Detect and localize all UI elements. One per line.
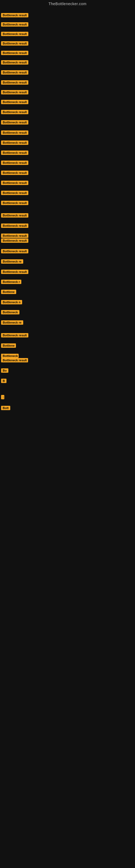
bottleneck-badge-17[interactable]: Bottleneck result [1, 170, 28, 175]
bottleneck-row-27: Bottleneck result [1, 270, 28, 275]
bottleneck-badge-4[interactable]: Bottleneck result [1, 41, 28, 45]
bottleneck-badge-23[interactable]: Bottleneck result [1, 234, 28, 238]
bottleneck-badge-1[interactable]: Bottleneck result [1, 13, 28, 18]
bottleneck-row-3: Bottleneck result [1, 32, 28, 37]
bottleneck-badge-9[interactable]: Bottleneck result [1, 90, 28, 94]
bottleneck-badge-7[interactable]: Bottleneck result [1, 70, 28, 74]
bottleneck-row-23: Bottleneck result [1, 234, 28, 239]
bottleneck-row-20: Bottleneck result [1, 201, 28, 206]
bottleneck-row-24: Bottleneck result [1, 239, 28, 244]
bottleneck-row-11: Bottleneck result [1, 110, 28, 115]
bottleneck-row-9: Bottleneck result [1, 90, 28, 95]
bottleneck-badge-15[interactable]: Bottleneck result [1, 151, 28, 155]
site-title: TheBottlenecker.com [0, 0, 135, 7]
bottleneck-row-28: Bottleneck r [1, 280, 21, 285]
bottleneck-badge-33[interactable]: Bottleneck result [1, 333, 28, 337]
bottleneck-badge-32[interactable]: Bottleneck re [1, 320, 23, 325]
bottleneck-row-34: Bottlene [1, 343, 16, 349]
bottleneck-row-30: Bottleneck n [1, 300, 22, 305]
bottleneck-row-26: Bottleneck re [1, 259, 23, 265]
bottleneck-row-22: Bottleneck result [1, 223, 28, 229]
bottleneck-row-15: Bottleneck result [1, 151, 28, 156]
bottleneck-badge-5[interactable]: Bottleneck result [1, 51, 28, 55]
bottleneck-row-29: Bottlene [1, 290, 16, 295]
bottleneck-badge-22[interactable]: Bottleneck result [1, 223, 28, 228]
bottleneck-badge-27[interactable]: Bottleneck result [1, 270, 28, 274]
bottleneck-badge-26[interactable]: Bottleneck re [1, 259, 23, 264]
bottleneck-row-6: Bottleneck result [1, 60, 28, 66]
bottleneck-row-14: Bottleneck result [1, 141, 28, 146]
bottleneck-row-4: Bottleneck result [1, 41, 28, 46]
bottleneck-badge-2[interactable]: Bottleneck result [1, 22, 28, 27]
bottleneck-row-12: Bottleneck result [1, 120, 28, 126]
bottleneck-badge-10[interactable]: Bottleneck result [1, 100, 28, 104]
bottleneck-row-16: Bottleneck result [1, 161, 28, 166]
bottleneck-row-10: Bottleneck result [1, 100, 28, 105]
bottleneck-badge-40[interactable]: Bott [1, 406, 10, 410]
bottleneck-badge-19[interactable]: Bottleneck result [1, 191, 28, 195]
bottleneck-badge-11[interactable]: Bottleneck result [1, 110, 28, 114]
bottleneck-row-40: Bott [1, 406, 10, 411]
bottleneck-badge-34[interactable]: Bottlene [1, 343, 16, 348]
bottleneck-row-7: Bottleneck result [1, 70, 28, 76]
bottleneck-row-17: Bottleneck result [1, 170, 28, 176]
bottleneck-badge-35[interactable]: Bottleneck [1, 354, 18, 358]
bottleneck-badge-24[interactable]: Bottleneck result [1, 239, 28, 243]
bottleneck-row-36: Bottleneck result [1, 358, 28, 364]
bottleneck-row-8: Bottleneck result [1, 80, 28, 86]
bottleneck-row-13: Bottleneck result [1, 130, 28, 136]
bottleneck-badge-38[interactable]: B [1, 379, 6, 383]
bottleneck-badge-29[interactable]: Bottlene [1, 290, 16, 294]
bottleneck-badge-31[interactable]: Bottleneck [1, 310, 19, 314]
bottleneck-row-39: : [1, 395, 4, 400]
bottleneck-badge-13[interactable]: Bottleneck result [1, 130, 28, 135]
bottleneck-badge-25[interactable]: Bottleneck result [1, 249, 28, 253]
bottleneck-row-5: Bottleneck result [1, 51, 28, 56]
bottleneck-row-37: Bo [1, 368, 8, 374]
bottleneck-badge-12[interactable]: Bottleneck result [1, 120, 28, 124]
bottleneck-row-18: Bottleneck result [1, 181, 28, 186]
bottleneck-badge-36[interactable]: Bottleneck result [1, 358, 28, 362]
bottleneck-row-38: B [1, 379, 6, 384]
bottleneck-row-33: Bottleneck result [1, 333, 28, 339]
bottleneck-row-19: Bottleneck result [1, 191, 28, 196]
bottleneck-badge-28[interactable]: Bottleneck r [1, 280, 21, 284]
bottleneck-badge-8[interactable]: Bottleneck result [1, 80, 28, 85]
bottleneck-badge-3[interactable]: Bottleneck result [1, 32, 28, 36]
bottleneck-row-25: Bottleneck result [1, 249, 28, 254]
bottleneck-badge-21[interactable]: Bottleneck result [1, 213, 28, 218]
bottleneck-row-1: Bottleneck result [1, 13, 28, 19]
bottleneck-badge-20[interactable]: Bottleneck result [1, 201, 28, 205]
bottleneck-badge-30[interactable]: Bottleneck n [1, 300, 22, 304]
bottleneck-row-31: Bottleneck [1, 310, 19, 315]
bottleneck-badge-6[interactable]: Bottleneck result [1, 60, 28, 65]
bottleneck-badge-16[interactable]: Bottleneck result [1, 161, 28, 165]
bottleneck-badge-39[interactable]: : [1, 395, 4, 399]
bottleneck-badge-18[interactable]: Bottleneck result [1, 181, 28, 185]
bottleneck-badge-14[interactable]: Bottleneck result [1, 141, 28, 145]
bottleneck-badge-37[interactable]: Bo [1, 368, 8, 373]
bottleneck-row-21: Bottleneck result [1, 213, 28, 219]
bottleneck-row-2: Bottleneck result [1, 22, 28, 28]
bottleneck-row-32: Bottleneck re [1, 320, 23, 326]
